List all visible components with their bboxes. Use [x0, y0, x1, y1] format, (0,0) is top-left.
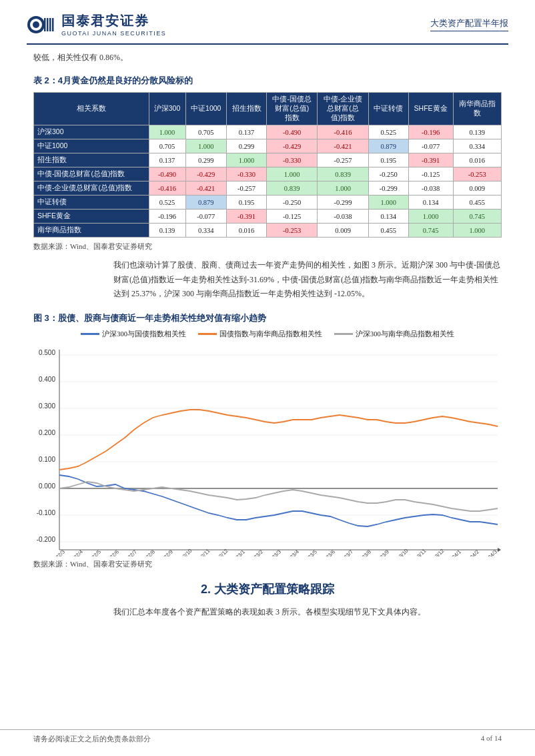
col-header-1: 沪深300	[149, 93, 185, 125]
legend-line-color	[81, 333, 99, 335]
svg-marker-51	[498, 548, 501, 552]
svg-rect-5	[49, 18, 51, 31]
logo-cn: 国泰君安证券	[61, 12, 149, 30]
page: 国泰君安证券 GUOTAI JUNAN SECURITIES 大类资产配置半年报…	[0, 0, 535, 756]
table-data-source: 数据来源：Wind、国泰君安证券研究	[33, 242, 502, 252]
svg-text:2022/12: 2022/12	[211, 547, 229, 556]
section-title: 2. 大类资产配置策略跟踪	[33, 581, 502, 597]
main-analysis-text: 我们也滚动计算了股债、股商、债商过去一年资产走势间的相关性，如图 3 所示。近期…	[33, 258, 502, 302]
col-header-7: SHFE黄金	[408, 93, 453, 125]
chart-title: 图 3：股债、股商与债商近一年走势相关性绝对值有缩小趋势	[33, 312, 502, 324]
report-tag: 大类资产配置半年报	[430, 17, 508, 31]
correlation-table: 相关系数 沪深300 中证1000 招生指数 中债-国债总财富(总值)指数 中债…	[33, 92, 502, 238]
svg-text:2022/10: 2022/10	[175, 547, 193, 556]
chart-svg: 0.500 0.400 0.300 0.200 0.100 0.000 -0.1…	[33, 343, 502, 556]
legend-item: 沪深300与南华商品指数相关性	[334, 330, 454, 339]
col-header-6: 中证转债	[368, 93, 408, 125]
header: 国泰君安证券 GUOTAI JUNAN SECURITIES 大类资产配置半年报	[0, 0, 535, 43]
logo-en: GUOTAI JUNAN SECURITIES	[61, 30, 166, 37]
col-header-3: 招生指数	[227, 93, 267, 125]
svg-text:0.400: 0.400	[39, 376, 55, 383]
col-header-4: 中债-国债总财富(总值)指数	[266, 93, 317, 125]
svg-text:2022/11: 2022/11	[193, 547, 211, 556]
svg-text:0.300: 0.300	[39, 402, 55, 410]
footer: 请务必阅读正文之后的免责条款部分 4 of 14	[0, 729, 535, 744]
svg-rect-4	[47, 18, 49, 31]
col-header-2: 中证1000	[185, 93, 227, 125]
section-title-text: 大类资产配置策略跟踪	[214, 583, 334, 596]
footer-disclaimer: 请务必阅读正文之后的免责条款部分	[33, 734, 151, 744]
svg-text:-0.200: -0.200	[37, 536, 56, 543]
col-header-8: 南华商品指数	[453, 93, 501, 125]
col-header-5: 中债-企业债总财富(总值)指数	[318, 93, 368, 125]
svg-rect-3	[44, 18, 46, 31]
intro-text: 较低，相关性仅有 0.86%。	[33, 51, 502, 64]
logo-area: 国泰君安证券 GUOTAI JUNAN SECURITIES	[27, 12, 166, 37]
chart-legend: 沪深300与国债指数相关性国债指数与南华商品指数相关性沪深300与南华商品指数相…	[33, 330, 502, 339]
content: 较低，相关性仅有 0.86%。 表 2：4月黄金仍然是良好的分散风险标的 相关系…	[0, 45, 535, 633]
legend-line-color	[334, 333, 353, 335]
svg-text:2023/12: 2023/12	[428, 547, 446, 556]
chart-data-source: 数据来源：Wind、国泰君安证券研究	[33, 559, 502, 569]
legend-label: 国债指数与南华商品指数相关性	[219, 330, 322, 339]
logo-text: 国泰君安证券 GUOTAI JUNAN SECURITIES	[61, 12, 166, 37]
svg-text:0.500: 0.500	[39, 349, 55, 356]
footer-page: 4 of 14	[481, 734, 502, 744]
svg-rect-6	[52, 18, 54, 31]
svg-text:0.100: 0.100	[39, 456, 55, 463]
svg-text:-0.100: -0.100	[37, 509, 56, 516]
table-title: 表 2：4月黄金仍然是良好的分散风险标的	[33, 75, 502, 87]
svg-text:2023/11: 2023/11	[410, 547, 428, 556]
chart-container: 0.500 0.400 0.300 0.200 0.100 0.000 -0.1…	[33, 343, 502, 556]
svg-text:0.200: 0.200	[39, 429, 55, 436]
col-header-label: 相关系数	[34, 93, 149, 125]
svg-point-2	[33, 21, 39, 28]
legend-item: 沪深300与国债指数相关性	[81, 330, 186, 339]
logo-icon	[27, 13, 56, 37]
legend-item: 国债指数与南华商品指数相关性	[198, 330, 322, 339]
legend-label: 沪深300与南华商品指数相关性	[356, 330, 454, 339]
svg-text:2023/10: 2023/10	[392, 547, 410, 556]
legend-line-color	[198, 333, 217, 335]
legend-label: 沪深300与国债指数相关性	[102, 330, 186, 339]
section-number: 2.	[201, 583, 211, 596]
section-text: 我们汇总本年度各个资产配置策略的表现如表 3 所示。各模型实现细节见下文具体内容…	[33, 605, 502, 620]
svg-text:0.000: 0.000	[39, 482, 55, 490]
